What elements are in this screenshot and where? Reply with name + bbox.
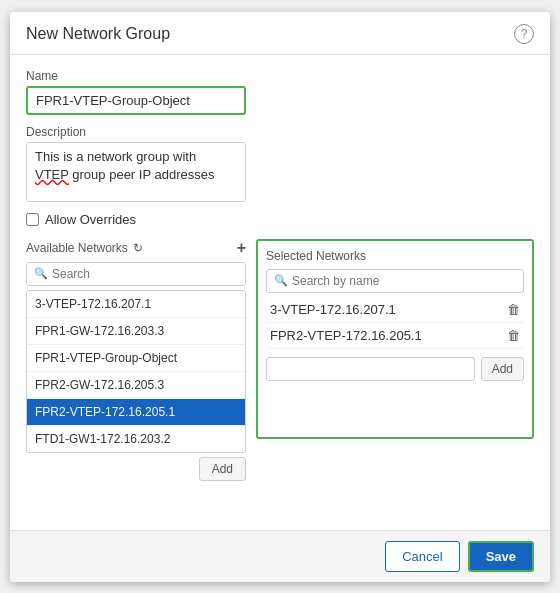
available-search-icon: 🔍 (34, 267, 48, 280)
delete-icon[interactable]: 🗑 (507, 302, 520, 317)
refresh-icon[interactable]: ↻ (133, 241, 143, 255)
selected-search-icon: 🔍 (274, 274, 288, 287)
list-item-selected[interactable]: FPR2-VTEP-172.16.205.1 (27, 399, 245, 426)
selected-add-input[interactable] (266, 357, 475, 381)
description-label: Description (26, 125, 534, 139)
add-btn-container: Add (26, 457, 246, 481)
list-item[interactable]: 3-VTEP-172.16.207.1 (27, 291, 245, 318)
available-search-input[interactable] (52, 267, 238, 281)
description-box[interactable]: This is a network group with VTEP group … (26, 142, 246, 202)
selected-item-name: FPR2-VTEP-172.16.205.1 (270, 328, 422, 343)
delete-icon[interactable]: 🗑 (507, 328, 520, 343)
selected-item: FPR2-VTEP-172.16.205.1 🗑 (266, 323, 524, 349)
available-add-button[interactable]: Add (199, 457, 246, 481)
selected-search-input[interactable] (292, 274, 516, 288)
save-button[interactable]: Save (468, 541, 534, 572)
modal-body: Name Description This is a network group… (10, 55, 550, 530)
available-search-box: 🔍 (26, 262, 246, 286)
selected-networks-title: Selected Networks (266, 249, 524, 263)
modal-footer: Cancel Save (10, 530, 550, 582)
selected-item: 3-VTEP-172.16.207.1 🗑 (266, 297, 524, 323)
cancel-button[interactable]: Cancel (385, 541, 459, 572)
name-label: Name (26, 69, 534, 83)
modal-header: New Network Group ? (10, 12, 550, 55)
modal-title: New Network Group (26, 25, 170, 43)
list-item[interactable]: FPR2-GW-172.16.205.3 (27, 372, 245, 399)
description-text-1: This is a network group with (35, 149, 196, 164)
available-networks-panel: Available Networks ↻ + 🔍 3-VTEP-172.16.2… (26, 239, 246, 481)
selected-item-name: 3-VTEP-172.16.207.1 (270, 302, 396, 317)
available-networks-title: Available Networks (26, 241, 128, 255)
name-input[interactable] (26, 86, 246, 115)
help-icon[interactable]: ? (514, 24, 534, 44)
new-network-group-modal: New Network Group ? Name Description Thi… (10, 12, 550, 582)
description-underline-text: VTEP (35, 167, 69, 182)
selected-add-button[interactable]: Add (481, 357, 524, 381)
selected-search-box: 🔍 (266, 269, 524, 293)
list-item[interactable]: FPR1-GW-172.16.203.3 (27, 318, 245, 345)
selected-networks-panel: Selected Networks 🔍 3-VTEP-172.16.207.1 … (256, 239, 534, 439)
list-item[interactable]: FPR1-VTEP-Group-Object (27, 345, 245, 372)
add-network-icon[interactable]: + (237, 239, 246, 257)
description-field-group: Description This is a network group with… (26, 125, 534, 202)
allow-overrides-label: Allow Overrides (45, 212, 136, 227)
available-header-left: Available Networks ↻ (26, 241, 143, 255)
available-networks-header: Available Networks ↻ + (26, 239, 246, 257)
name-field-group: Name (26, 69, 534, 115)
networks-section: Available Networks ↻ + 🔍 3-VTEP-172.16.2… (26, 239, 534, 481)
allow-overrides-row: Allow Overrides (26, 212, 534, 227)
list-item[interactable]: FTD1-GW1-172.16.203.2 (27, 426, 245, 452)
selected-add-row: Add (266, 357, 524, 381)
description-text-2: group peer IP addresses (72, 167, 214, 182)
available-networks-list: 3-VTEP-172.16.207.1 FPR1-GW-172.16.203.3… (26, 290, 246, 453)
allow-overrides-checkbox[interactable] (26, 213, 39, 226)
